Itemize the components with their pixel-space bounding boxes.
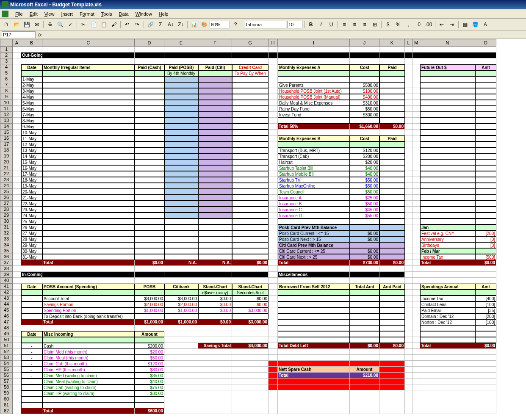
cell-I58[interactable] [278,384,350,390]
cell-M16[interactable] [412,135,420,141]
cell-F58[interactable] [198,384,232,390]
cell-C12[interactable] [42,112,135,118]
cell-F41[interactable]: Stand-Chart [198,284,232,290]
cell-L62[interactable] [405,408,412,414]
cell-N6[interactable] [420,76,475,82]
cell-H4[interactable] [269,64,278,70]
cell-G9[interactable] [232,94,269,100]
cell-N49[interactable] [420,331,475,337]
cell-H20[interactable] [269,159,278,165]
cell-G11[interactable] [232,106,269,112]
cell-J55[interactable]: Amount [350,367,379,373]
preview-icon[interactable]: 🔍 [55,20,65,29]
cell-K15[interactable] [379,130,405,135]
cell-F4[interactable]: Paid (Citi) [198,64,232,70]
cell-B39[interactable]: In-Coming [21,272,42,278]
cell-O30[interactable] [475,218,496,224]
cell-N18[interactable] [420,147,475,153]
cell-E23[interactable] [164,177,198,183]
cell-K34[interactable] [379,242,405,248]
cell-A50[interactable] [13,337,21,343]
cell-B55[interactable]: - [21,367,42,373]
cell-J3[interactable] [350,58,379,64]
cell-A44[interactable] [13,301,21,307]
cell-H30[interactable] [269,218,278,224]
cell-J60[interactable] [350,396,379,402]
cell-J28[interactable]: $45.00 [350,207,379,213]
cell-B23[interactable]: 18-May [21,177,42,183]
cell-H44[interactable] [269,301,278,307]
cell-C45[interactable]: Spending Portion [42,307,135,313]
cell-E44[interactable]: $2,000.00 [164,301,198,307]
cell-E25[interactable] [164,189,198,195]
cell-O37[interactable]: $0.00 [475,260,496,266]
cell-D28[interactable] [135,207,164,213]
cell-B9[interactable]: 4-May [21,94,42,100]
cell-D33[interactable] [135,236,164,242]
cell-I54[interactable] [278,361,350,367]
cell-F47[interactable]: $0.00 [198,319,232,325]
cell-A32[interactable] [13,230,21,236]
cell-K50[interactable] [379,337,405,343]
cell-A37[interactable] [13,260,21,266]
cell-C31[interactable] [42,224,135,230]
cell-O27[interactable] [475,201,496,207]
cell-D24[interactable] [135,183,164,189]
cell-E35[interactable] [164,248,198,254]
cell-D21[interactable] [135,165,164,171]
cell-N22[interactable] [420,171,475,177]
cell-G44[interactable]: $0.00 [232,301,269,307]
cell-L41[interactable] [405,284,412,290]
cell-J61[interactable] [350,402,379,408]
cell-L8[interactable] [405,88,412,94]
cell-E59[interactable] [164,390,198,396]
cell-E11[interactable] [164,106,198,112]
cell-A47[interactable] [13,319,21,325]
cell-I2[interactable] [278,52,350,58]
cell-M33[interactable] [412,236,420,242]
cell-J5[interactable] [350,70,379,76]
cell-H33[interactable] [269,236,278,242]
cell-L57[interactable] [405,379,412,384]
cell-L55[interactable] [405,367,412,373]
cell-H27[interactable] [269,201,278,207]
cell-D44[interactable]: $2,000.00 [135,301,164,307]
align-left-icon[interactable]: ≡ [340,20,349,29]
cell-O52[interactable] [475,349,496,355]
cell-N42[interactable] [420,290,475,296]
cell-K5[interactable] [379,70,405,76]
cell-N43[interactable]: Income Tax [420,296,475,301]
cell-K8[interactable] [379,88,405,94]
cell-I28[interactable]: Insurance C [278,207,350,213]
cell-N59[interactable] [420,390,475,396]
cell-J41[interactable]: Total Amt [350,284,379,290]
cell-A28[interactable] [13,207,21,213]
cell-N13[interactable] [420,118,475,124]
cell-K6[interactable] [379,76,405,82]
cell-F1[interactable] [198,47,232,52]
cell-F14[interactable] [198,124,232,130]
cell-D46[interactable] [135,313,164,319]
cell-H22[interactable] [269,171,278,177]
cell-J32[interactable]: $0.00 [350,230,379,236]
cell-I53[interactable] [278,355,350,361]
cell-I43[interactable] [278,296,350,301]
cell-I13[interactable] [278,118,350,124]
cell-G49[interactable] [232,331,269,337]
cell-N1[interactable] [420,47,475,52]
cell-M43[interactable] [412,296,420,301]
cell-D61[interactable] [135,402,164,408]
cell-E24[interactable] [164,183,198,189]
cell-O62[interactable] [475,408,496,414]
cell-E34[interactable] [164,242,198,248]
cell-K56[interactable] [379,373,405,379]
cell-A40[interactable] [13,278,21,284]
cell-H61[interactable] [269,402,278,408]
cell-G52[interactable] [232,349,269,355]
cell-M58[interactable] [412,384,420,390]
cell-L29[interactable] [405,213,412,218]
cell-J30[interactable] [350,218,379,224]
cell-O49[interactable] [475,331,496,337]
cell-C1[interactable] [42,47,135,52]
cell-D35[interactable] [135,248,164,254]
